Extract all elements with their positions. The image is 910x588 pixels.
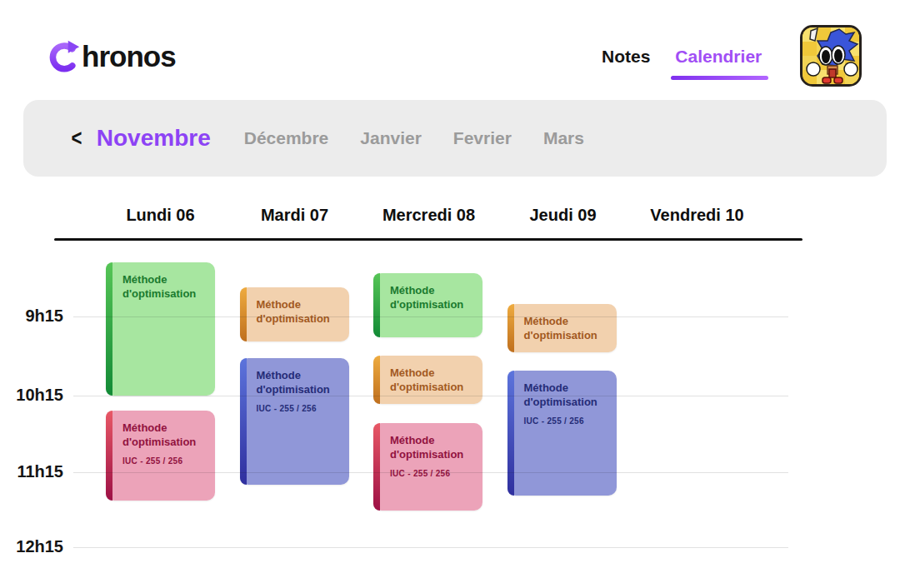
event-title: Méthode d'optimisation xyxy=(524,315,610,343)
month-tab-mars[interactable]: Mars xyxy=(543,128,584,148)
event-color-stripe xyxy=(373,423,380,511)
day-header-jeudi: Jeudi 09 xyxy=(496,206,630,225)
event-subtitle: IUC - 255 / 256 xyxy=(122,456,208,466)
event-color-stripe xyxy=(106,411,112,501)
event-card[interactable]: Méthode d'optimisationIUC - 255 / 256 xyxy=(373,423,482,511)
chevron-left-icon[interactable]: < xyxy=(71,126,82,152)
user-avatar[interactable] xyxy=(800,25,862,87)
time-label-10h15: 10h15 xyxy=(0,386,63,405)
event-title: Méthode d'optimisation xyxy=(390,434,476,462)
day-header-lundi: Lundi 06 xyxy=(93,206,228,225)
month-selector-bar: < Novembre Décembre Janvier Fevrier Mars xyxy=(23,100,887,177)
event-card[interactable]: Méthode d'optimisationIUC - 255 / 256 xyxy=(106,411,215,501)
app-logo[interactable]: hronos xyxy=(45,37,176,77)
event-title: Méthode d'optimisation xyxy=(257,369,342,397)
event-subtitle: IUC - 255 / 256 xyxy=(257,404,342,413)
day-header-row: Lundi 06 Mardi 07 Mercredi 08 Jeudi 09 V… xyxy=(93,206,764,225)
avatar-pixel-art xyxy=(802,27,859,84)
time-gridline xyxy=(73,316,788,317)
day-header-mercredi: Mercredi 08 xyxy=(362,206,496,225)
event-color-stripe xyxy=(106,262,112,396)
event-title: Méthode d'optimisation xyxy=(257,298,342,326)
time-label-9h15: 9h15 xyxy=(0,306,63,326)
event-color-stripe xyxy=(508,371,514,496)
event-subtitle: IUC - 255 / 256 xyxy=(390,469,476,478)
event-card[interactable]: Méthode d'optimisation xyxy=(106,262,215,396)
main-nav: Notes Calendrier xyxy=(602,47,762,67)
nav-notes[interactable]: Notes xyxy=(602,47,650,67)
event-subtitle: IUC - 255 / 256 xyxy=(524,416,610,426)
time-gridline xyxy=(73,547,788,548)
day-header-divider xyxy=(54,238,802,241)
month-tab-decembre[interactable]: Décembre xyxy=(244,128,329,148)
time-gridline xyxy=(73,472,788,473)
month-tab-janvier[interactable]: Janvier xyxy=(360,128,422,148)
event-color-stripe xyxy=(240,358,247,485)
month-tab-novembre[interactable]: Novembre xyxy=(97,125,211,152)
event-card[interactable]: Méthode d'optimisation xyxy=(373,356,482,404)
event-title: Méthode d'optimisation xyxy=(390,284,476,312)
time-label-12h15: 12h15 xyxy=(0,537,63,556)
day-header-vendredi: Vendredi 10 xyxy=(630,206,764,225)
calendar-grid: 9h15 10h15 11h15 12h15 Méthode d'optimis… xyxy=(0,242,910,588)
event-card[interactable]: Méthode d'optimisation xyxy=(508,304,617,352)
event-color-stripe xyxy=(373,273,380,337)
event-card[interactable]: Méthode d'optimisation xyxy=(240,287,349,341)
nav-calendrier[interactable]: Calendrier xyxy=(675,47,762,67)
logo-text: hronos xyxy=(82,40,176,73)
event-title: Méthode d'optimisation xyxy=(122,273,208,301)
event-title: Méthode d'optimisation xyxy=(122,421,208,450)
logo-c-arrow-icon xyxy=(45,37,82,77)
month-tab-fevrier[interactable]: Fevrier xyxy=(453,128,512,148)
event-title: Méthode d'optimisation xyxy=(390,366,476,395)
event-color-stripe xyxy=(373,356,380,404)
chronos-app: hronos Notes Calendrier xyxy=(0,0,910,588)
day-header-mardi: Mardi 07 xyxy=(228,206,362,225)
event-card[interactable]: Méthode d'optimisation xyxy=(373,273,482,337)
event-color-stripe xyxy=(240,287,247,341)
event-card[interactable]: Méthode d'optimisationIUC - 255 / 256 xyxy=(508,371,617,496)
time-label-11h15: 11h15 xyxy=(0,462,63,481)
event-card[interactable]: Méthode d'optimisationIUC - 255 / 256 xyxy=(240,358,349,485)
event-color-stripe xyxy=(508,304,514,352)
time-gridline xyxy=(73,396,788,396)
